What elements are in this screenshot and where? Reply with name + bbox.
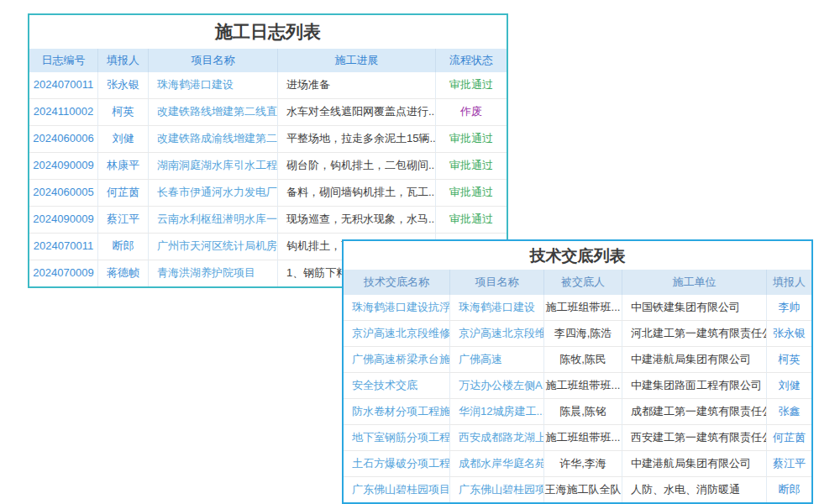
cell-construction-unit: 成都建工第一建筑有限责任公司 bbox=[622, 399, 767, 424]
cell-reporter: 断郎 bbox=[767, 477, 811, 502]
cell-disclosure-name[interactable]: 防水卷材分项工程施... bbox=[344, 399, 450, 424]
cell-receiver: 施工班组带班... bbox=[544, 425, 622, 450]
cell-reporter: 刘健 bbox=[767, 373, 811, 398]
cell-project-name[interactable]: 广东佛山碧桂园项目 bbox=[450, 477, 544, 502]
cell-project-name[interactable]: 珠海鹤港口建设 bbox=[149, 72, 278, 98]
cell-log-id[interactable]: 2024060006 bbox=[29, 126, 98, 152]
table-row: 广东佛山碧桂园项目... 广东佛山碧桂园项目 王海施工队全队 人防、水电、消防暖… bbox=[344, 477, 811, 502]
status-badge: 审批通过 bbox=[436, 153, 507, 179]
cell-reporter: 蔡江平 bbox=[767, 451, 811, 476]
cell-project-name[interactable]: 成都水岸华庭名苑... bbox=[450, 451, 544, 476]
table-row: 广佛高速桥梁承台施... 广佛高速 陈牧,陈民 中建港航局集团有限公司 柯英 bbox=[344, 347, 811, 373]
cell-log-id[interactable]: 2024070009 bbox=[29, 260, 98, 286]
cell-reporter: 张永银 bbox=[98, 72, 149, 98]
status-badge: 作废 bbox=[436, 99, 507, 125]
cell-project-name[interactable]: 华润12城房建工... bbox=[450, 399, 544, 424]
cell-construction-unit: 河北建工第一建筑有限责任公司 bbox=[622, 321, 767, 346]
cell-project-name[interactable]: 青海洪湖养护院项目 bbox=[149, 260, 278, 286]
column-header-log-id: 日志编号 bbox=[29, 49, 98, 72]
status-badge: 审批通过 bbox=[436, 72, 507, 98]
cell-log-id[interactable]: 2024060005 bbox=[29, 180, 98, 206]
table-row: 2024090009 蔡江平 云南水利枢纽潜明水库一... 现场巡查，无积水现象… bbox=[29, 207, 507, 234]
table-row: 2024070011 张永银 珠海鹤港口建设 进场准备 审批通过 bbox=[29, 72, 507, 99]
table-row: 地下室钢筋分项工程... 西安成都路龙湖上... 施工班组带班... 西安建工第… bbox=[344, 425, 811, 451]
cell-progress: 备料，砌间墙钩机排土，瓦工... bbox=[278, 180, 436, 206]
cell-receiver: 王海施工队全队 bbox=[544, 477, 622, 502]
cell-disclosure-name[interactable]: 珠海鹤港口建设抗浮... bbox=[344, 295, 450, 320]
cell-project-name[interactable]: 长春市伊通河水力发电厂... bbox=[149, 180, 278, 206]
cell-reporter: 蔡江平 bbox=[98, 207, 149, 233]
column-header-progress: 施工进展 bbox=[278, 49, 436, 72]
cell-receiver: 陈牧,陈民 bbox=[544, 347, 622, 372]
cell-project-name[interactable]: 改建铁路线增建第二线直... bbox=[149, 99, 278, 125]
cell-construction-unit: 西安建工第一建筑有限责任公司 bbox=[622, 425, 767, 450]
cell-log-id[interactable]: 2024070011 bbox=[29, 234, 98, 260]
cell-receiver: 许华,李海 bbox=[544, 451, 622, 476]
cell-construction-unit: 中建港航局集团有限公司 bbox=[622, 347, 767, 372]
table-row: 2024060006 刘健 改建铁路成渝线增建第二... 平整场地，拉走多余泥土… bbox=[29, 126, 507, 153]
cell-receiver: 施工班组带班... bbox=[544, 295, 622, 320]
status-badge: 审批通过 bbox=[436, 207, 507, 233]
column-header-status: 流程状态 bbox=[436, 49, 507, 72]
cell-reporter: 李帅 bbox=[767, 295, 811, 320]
construction-log-header-row: 日志编号 填报人 项目名称 施工进展 流程状态 bbox=[29, 49, 507, 72]
cell-reporter: 断郎 bbox=[98, 234, 149, 260]
cell-log-id[interactable]: 2024090009 bbox=[29, 207, 98, 233]
cell-disclosure-name[interactable]: 土石方爆破分项工程... bbox=[344, 451, 450, 476]
cell-progress: 平整场地，拉走多余泥土15辆... bbox=[278, 126, 436, 152]
cell-project-name[interactable]: 西安成都路龙湖上... bbox=[450, 425, 544, 450]
table-row: 防水卷材分项工程施... 华润12城房建工... 陈晨,陈铭 成都建工第一建筑有… bbox=[344, 399, 811, 425]
table-row: 2024110002 柯英 改建铁路线增建第二线直... 水车对全线遮阳网覆盖点… bbox=[29, 99, 507, 126]
status-badge: 审批通过 bbox=[436, 180, 507, 206]
cell-reporter: 何芷茵 bbox=[767, 425, 811, 450]
cell-project-name[interactable]: 广州市天河区统计局机房... bbox=[149, 234, 278, 260]
column-header-reporter: 填报人 bbox=[98, 49, 149, 72]
cell-progress: 水车对全线遮阳网覆盖点进行... bbox=[278, 99, 436, 125]
cell-construction-unit: 中建港航局集团有限公司 bbox=[622, 451, 767, 476]
table-row: 京沪高速北京段维修... 京沪高速北京段维修 李四海,陈浩 河北建工第一建筑有限… bbox=[344, 321, 811, 347]
cell-construction-unit: 中建集团路面工程有限公司 bbox=[622, 373, 767, 398]
column-header-receiver: 被交底人 bbox=[544, 270, 622, 295]
cell-project-name[interactable]: 万达办公楼左侧A... bbox=[450, 373, 544, 398]
cell-progress: 现场巡查，无积水现象，水马... bbox=[278, 207, 436, 233]
column-header-project-name: 项目名称 bbox=[450, 270, 544, 295]
tech-disclosure-title: 技术交底列表 bbox=[344, 241, 811, 270]
cell-project-name[interactable]: 京沪高速北京段维修 bbox=[450, 321, 544, 346]
cell-reporter: 林康平 bbox=[98, 153, 149, 179]
cell-log-id[interactable]: 2024070011 bbox=[29, 72, 98, 98]
table-row: 土石方爆破分项工程... 成都水岸华庭名苑... 许华,李海 中建港航局集团有限… bbox=[344, 451, 811, 477]
cell-disclosure-name[interactable]: 广东佛山碧桂园项目... bbox=[344, 477, 450, 502]
construction-log-title: 施工日志列表 bbox=[29, 15, 507, 49]
cell-log-id[interactable]: 2024110002 bbox=[29, 99, 98, 125]
cell-disclosure-name[interactable]: 京沪高速北京段维修... bbox=[344, 321, 450, 346]
cell-construction-unit: 中国铁建集团有限公司 bbox=[622, 295, 767, 320]
cell-disclosure-name[interactable]: 广佛高速桥梁承台施... bbox=[344, 347, 450, 372]
cell-progress: 进场准备 bbox=[278, 72, 436, 98]
cell-receiver: 施工班组带班... bbox=[544, 373, 622, 398]
cell-project-name[interactable]: 云南水利枢纽潜明水库一... bbox=[149, 207, 278, 233]
tech-disclosure-header-row: 技术交底名称 项目名称 被交底人 施工单位 填报人 bbox=[344, 270, 811, 295]
cell-progress: 砌台阶，钩机排土，二包砌间... bbox=[278, 153, 436, 179]
status-badge: 审批通过 bbox=[436, 126, 507, 152]
cell-disclosure-name[interactable]: 安全技术交底 bbox=[344, 373, 450, 398]
cell-reporter: 柯英 bbox=[767, 347, 811, 372]
cell-receiver: 陈晨,陈铭 bbox=[544, 399, 622, 424]
cell-project-name[interactable]: 珠海鹤港口建设 bbox=[450, 295, 544, 320]
cell-reporter: 刘健 bbox=[98, 126, 149, 152]
cell-project-name[interactable]: 湖南洞庭湖水库引水工程... bbox=[149, 153, 278, 179]
cell-disclosure-name[interactable]: 地下室钢筋分项工程... bbox=[344, 425, 450, 450]
tech-disclosure-body: 珠海鹤港口建设抗浮... 珠海鹤港口建设 施工班组带班... 中国铁建集团有限公… bbox=[344, 295, 811, 502]
table-row: 2024060005 何芷茵 长春市伊通河水力发电厂... 备料，砌间墙钩机排土… bbox=[29, 180, 507, 207]
column-header-construction-unit: 施工单位 bbox=[622, 270, 767, 295]
table-row: 珠海鹤港口建设抗浮... 珠海鹤港口建设 施工班组带班... 中国铁建集团有限公… bbox=[344, 295, 811, 321]
cell-reporter: 张永银 bbox=[767, 321, 811, 346]
column-header-reporter: 填报人 bbox=[767, 270, 811, 295]
column-header-project-name: 项目名称 bbox=[149, 49, 278, 72]
cell-receiver: 李四海,陈浩 bbox=[544, 321, 622, 346]
cell-log-id[interactable]: 2024090009 bbox=[29, 153, 98, 179]
cell-reporter: 柯英 bbox=[98, 99, 149, 125]
tech-disclosure-table: 技术交底列表 技术交底名称 项目名称 被交底人 施工单位 填报人 珠海鹤港口建设… bbox=[342, 239, 813, 504]
cell-project-name[interactable]: 广佛高速 bbox=[450, 347, 544, 372]
cell-project-name[interactable]: 改建铁路成渝线增建第二... bbox=[149, 126, 278, 152]
cell-construction-unit: 人防、水电、消防暖通 bbox=[622, 477, 767, 502]
